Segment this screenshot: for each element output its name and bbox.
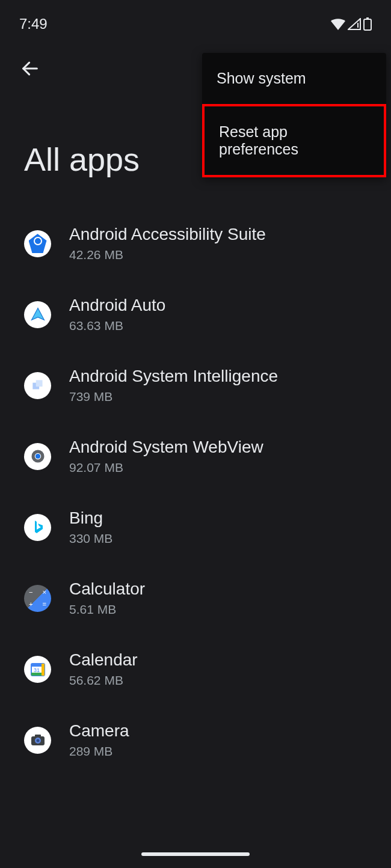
svg-rect-0 (357, 23, 359, 28)
app-size: 63.63 MB (69, 319, 165, 333)
app-name: Android System Intelligence (69, 367, 278, 386)
menu-item-show-system[interactable]: Show system (202, 53, 386, 104)
app-row-bing[interactable]: Bing 330 MB (0, 492, 391, 563)
android-auto-icon (24, 301, 51, 328)
overflow-menu: Show system Reset app preferences (202, 53, 386, 177)
svg-rect-1 (364, 19, 371, 30)
svg-text:−: − (29, 588, 33, 595)
svg-text:×: × (42, 588, 46, 595)
app-row-calculator[interactable]: − × + = Calculator 5.61 MB (0, 563, 391, 634)
svg-text:+: + (29, 601, 33, 608)
camera-icon (24, 727, 51, 754)
app-name: Android Accessibility Suite (69, 225, 266, 244)
app-row-system-intelligence[interactable]: Android System Intelligence 739 MB (0, 350, 391, 421)
app-row-calendar[interactable]: 31 Calendar 56.62 MB (0, 634, 391, 704)
app-size: 56.62 MB (69, 673, 138, 688)
svg-rect-15 (42, 664, 45, 676)
svg-rect-2 (366, 17, 369, 19)
bing-icon (24, 514, 51, 541)
svg-text:31: 31 (33, 667, 39, 673)
back-arrow-icon (20, 58, 40, 79)
signal-icon (348, 18, 361, 30)
battery-icon (363, 17, 372, 31)
app-name: Android System WebView (69, 438, 263, 457)
app-name: Calculator (69, 579, 145, 599)
nav-pill[interactable] (141, 852, 250, 856)
wifi-icon (331, 18, 345, 30)
svg-point-20 (36, 739, 39, 742)
app-row-webview[interactable]: Android System WebView 92.07 MB (0, 421, 391, 492)
webview-icon (24, 443, 51, 470)
status-icons (331, 17, 372, 31)
app-row-android-auto[interactable]: Android Auto 63.63 MB (0, 279, 391, 350)
app-size: 739 MB (69, 390, 278, 404)
svg-rect-18 (35, 735, 41, 737)
app-size: 330 MB (69, 531, 112, 546)
app-row-camera[interactable]: Camera 289 MB (0, 704, 391, 775)
menu-item-reset-app-preferences[interactable]: Reset app preferences (202, 104, 386, 177)
app-list: Android Accessibility Suite 42.26 MB And… (0, 208, 391, 775)
calculator-icon: − × + = (24, 585, 51, 612)
app-name: Camera (69, 721, 129, 741)
system-intelligence-icon (24, 372, 51, 399)
app-row-accessibility[interactable]: Android Accessibility Suite 42.26 MB (0, 208, 391, 279)
app-name: Bing (69, 509, 112, 528)
app-size: 5.61 MB (69, 602, 145, 617)
svg-point-7 (35, 453, 40, 459)
app-name: Calendar (69, 650, 138, 670)
accessibility-icon (24, 230, 51, 257)
back-button[interactable] (18, 57, 42, 81)
calendar-icon: 31 (24, 656, 51, 683)
app-name: Android Auto (69, 296, 165, 315)
svg-text:=: = (42, 601, 46, 608)
app-size: 92.07 MB (69, 460, 263, 475)
app-size: 42.26 MB (69, 248, 266, 262)
status-time: 7:49 (19, 16, 48, 32)
app-size: 289 MB (69, 744, 129, 759)
svg-rect-5 (35, 380, 42, 387)
status-bar: 7:49 (0, 0, 391, 38)
